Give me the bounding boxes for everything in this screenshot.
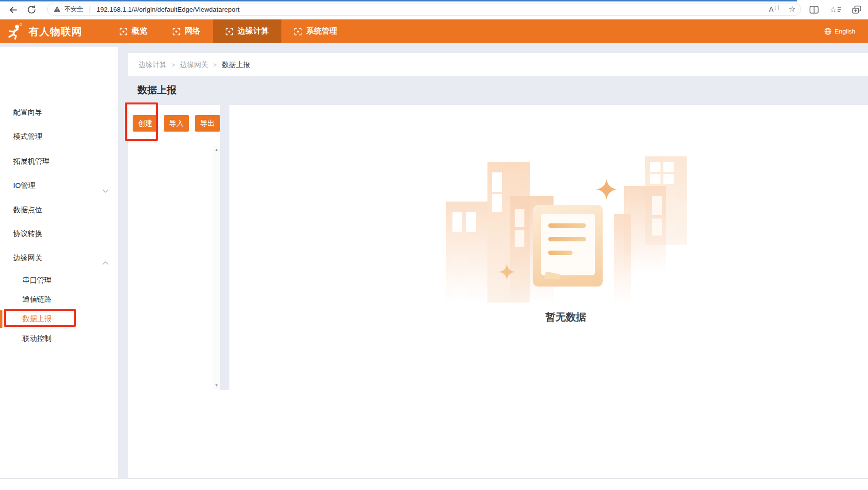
chevron-up-icon — [103, 256, 108, 270]
language-switch[interactable]: English — [824, 28, 868, 35]
active-item-indicator — [0, 310, 2, 328]
sidebar-item-io-management[interactable]: IO管理 — [0, 179, 118, 192]
scroll-up-icon[interactable]: ▲ — [215, 146, 219, 154]
collections-icon[interactable] — [851, 3, 863, 16]
tab-label: 网络 — [185, 26, 200, 36]
sidebar-item-data-report[interactable]: 数据上报 — [0, 312, 118, 325]
tab-network[interactable]: 网络 — [160, 19, 213, 43]
refresh-icon[interactable] — [25, 3, 38, 16]
import-button[interactable]: 导入 — [164, 115, 189, 132]
scan-icon — [173, 28, 180, 35]
brand: 有人物联网 — [0, 23, 93, 40]
favorites-bar-icon[interactable]: ☆ — [827, 3, 844, 16]
back-icon[interactable] — [7, 3, 19, 16]
create-button[interactable]: 创建 — [133, 115, 158, 132]
usr-logo-icon — [7, 23, 24, 40]
sidebar-item-linkage-control[interactable]: 联动控制 — [0, 332, 118, 345]
not-secure-label: 不安全 — [64, 5, 83, 14]
brand-title: 有人物联网 — [29, 25, 82, 38]
document-page — [541, 214, 595, 275]
breadcrumb-separator-icon: > — [172, 61, 175, 68]
breadcrumb-item-data-report: 数据上报 — [222, 60, 250, 69]
breadcrumb-item-edge-computing[interactable]: 边缘计算 — [139, 60, 167, 69]
screenshot-root: 不安全 | 192.168.1.1/#/origin/defaultEdge/V… — [0, 0, 868, 490]
sidebar-item-mode-management[interactable]: 模式管理 — [0, 130, 118, 143]
sidebar-item-serial-management[interactable]: 串口管理 — [0, 273, 118, 287]
sidebar-item-data-points[interactable]: 数据点位 — [0, 203, 118, 217]
address-bar[interactable]: 不安全 | 192.168.1.1/#/origin/defaultEdge/V… — [47, 3, 801, 16]
tab-overview[interactable]: 概览 — [107, 19, 160, 43]
building-graphic — [446, 202, 487, 302]
sidebar: 配置向导 模式管理 拓展机管理 IO管理 数据点位 协议转换 边缘网关 串口管理… — [0, 47, 118, 479]
sidebar-item-protocol-conversion[interactable]: 协议转换 — [0, 227, 118, 240]
globe-icon — [824, 28, 832, 35]
building-graphic — [614, 214, 631, 302]
tab-edge-computing[interactable]: 边缘计算 — [213, 19, 281, 43]
browser-top-accent-line — [0, 0, 797, 1]
tab-label: 概览 — [132, 26, 147, 36]
toolbar: 创建 导入 导出 — [133, 115, 220, 132]
tab-label: 边缘计算 — [238, 26, 269, 36]
export-button[interactable]: 导出 — [195, 115, 220, 132]
scroll-down-icon[interactable]: ▼ — [215, 381, 219, 390]
read-aloud-icon[interactable]: A — [769, 5, 779, 13]
list-scrollbar[interactable]: ▲ ▼ — [213, 146, 220, 390]
warning-icon — [53, 6, 61, 13]
content-card: 创建 导入 导出 ▲ ▼ — [128, 105, 868, 479]
page-title: 数据上报 — [138, 84, 176, 97]
sidebar-item-communication-link[interactable]: 通信链路 — [0, 292, 118, 306]
panel-divider — [220, 105, 229, 390]
breadcrumb-item-edge-gateway[interactable]: 边缘网关 — [180, 60, 208, 69]
tab-label: 系统管理 — [306, 26, 337, 36]
sidebar-item-edge-gateway[interactable]: 边缘网关 — [0, 251, 118, 265]
bookmark-star-icon[interactable]: ☆ — [789, 5, 796, 13]
split-screen-icon[interactable] — [808, 3, 820, 16]
browser-toolbar: 不安全 | 192.168.1.1/#/origin/defaultEdge/V… — [0, 0, 868, 19]
empty-illustration — [443, 154, 688, 304]
empty-state-text: 暂无数据 — [443, 310, 688, 324]
language-label: English — [834, 28, 855, 35]
page-curl — [544, 271, 560, 279]
url-text[interactable]: 192.168.1.1/#/origin/defaultEdge/Viewdat… — [97, 6, 240, 13]
sparkle-icon — [499, 264, 515, 280]
sidebar-item-expander-management[interactable]: 拓展机管理 — [0, 154, 118, 168]
chevron-down-icon — [103, 184, 108, 197]
sidebar-item-config-wizard[interactable]: 配置向导 — [0, 105, 118, 119]
address-separator: | — [89, 5, 91, 13]
sparkle-icon — [596, 179, 617, 200]
scan-icon — [120, 28, 127, 35]
document-graphic — [533, 205, 603, 287]
breadcrumb-separator-icon: > — [213, 61, 217, 68]
scan-icon — [294, 28, 302, 35]
tab-system-management[interactable]: 系统管理 — [281, 19, 350, 43]
main-nav: 概览 网络 边缘计算 系统管理 — [107, 19, 350, 43]
app-header: 有人物联网 概览 网络 边缘计算 系统管理 English — [0, 19, 868, 43]
breadcrumb: 边缘计算 > 边缘网关 > 数据上报 — [128, 53, 868, 76]
scan-icon — [226, 28, 233, 35]
site-security[interactable]: 不安全 — [53, 5, 83, 14]
